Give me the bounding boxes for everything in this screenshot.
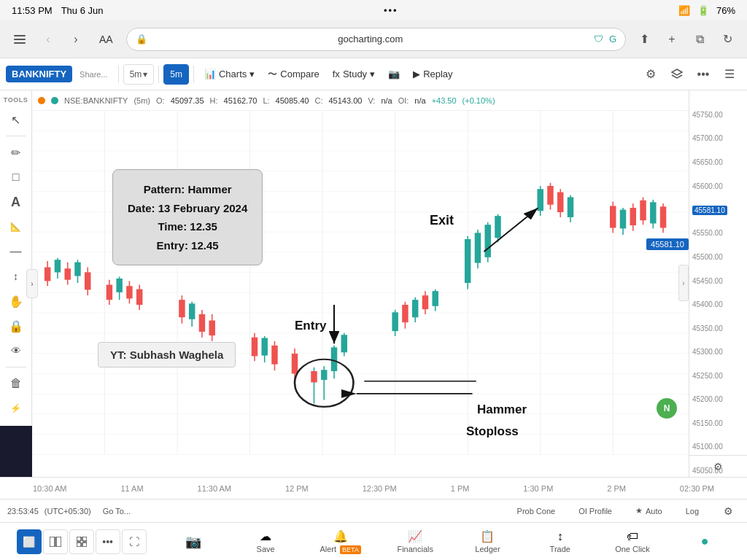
footer-nav-ledger[interactable]: 📋 Ledger [462, 526, 513, 556]
svg-rect-82 [568, 197, 573, 217]
delete-tool-btn[interactable]: 🗑 [3, 372, 29, 395]
quad-chart-btn[interactable] [69, 529, 94, 554]
footer-nav-extra[interactable]: ● [679, 531, 730, 552]
chevron-down-icon: ▾ [143, 69, 147, 79]
add-tab-btn[interactable]: + [661, 28, 683, 50]
extra-icon: ● [701, 534, 709, 549]
layout-toggle-group: ⬜ ••• ⛶ [17, 529, 147, 554]
svg-rect-30 [126, 286, 132, 298]
footer-nav-save[interactable]: ☁ Save [240, 526, 291, 556]
svg-rect-58 [392, 312, 398, 331]
price-level-45600: 45600.00 [692, 182, 723, 190]
svg-rect-36 [189, 303, 195, 319]
upload-btn[interactable]: ⬆ [633, 28, 655, 50]
cursor-tool-btn[interactable]: ↖ [3, 108, 29, 131]
svg-rect-34 [179, 300, 185, 317]
rect-tool-btn[interactable]: □ [3, 166, 29, 189]
split-chart-btn[interactable] [43, 529, 68, 554]
text-tool-btn[interactable]: A [3, 190, 29, 214]
snapshot-btn[interactable]: 📷 [382, 63, 406, 85]
svg-rect-38 [199, 314, 205, 332]
footer-nav: ⬜ ••• ⛶ 📷 ☁ Save 🔔 Alert BETA 📈 [0, 522, 747, 560]
eye-tool-btn[interactable]: 👁 [3, 339, 29, 362]
pan-tool-btn[interactable]: ✋ [3, 289, 29, 313]
prob-cone-btn[interactable]: Prob Cone [511, 502, 562, 520]
replay-btn[interactable]: ▶ Replay [407, 63, 458, 85]
svg-rect-72 [484, 225, 490, 257]
footer-nav-alert[interactable]: 🔔 Alert BETA [312, 526, 368, 556]
ruler-tool-btn[interactable]: 📐 [3, 215, 29, 238]
svg-rect-102 [50, 537, 55, 547]
lock-tool-btn[interactable]: 🔒 [3, 314, 29, 338]
reload-btn[interactable]: ↻ [716, 28, 738, 50]
svg-rect-86 [620, 210, 626, 229]
chart-config-btn[interactable]: ⚙ [716, 499, 740, 523]
svg-rect-54 [331, 347, 337, 371]
tools-collapse-arrow[interactable]: › [26, 269, 38, 298]
symbol-badge[interactable]: BANKNIFTY [6, 66, 72, 82]
settings-btn[interactable]: ⚙ [639, 63, 662, 86]
tools-label: Tools [4, 96, 28, 104]
ohlc-indicator-2 [51, 97, 58, 104]
toolbar: BANKNIFTY Share... 5m ▾ 5m 📊 Charts ▾ 〜 … [0, 58, 747, 90]
share-btn[interactable]: Share... [74, 63, 114, 85]
svg-rect-22 [74, 262, 80, 276]
line-tool-btn[interactable]: — [3, 240, 29, 263]
pencil-tool-btn[interactable]: ✏ [3, 141, 29, 164]
x-axis: 10:30 AM 11 AM 11:30 AM 12 PM 12:30 PM 1… [0, 477, 747, 499]
tabs-btn[interactable]: ⧉ [689, 28, 711, 50]
right-panel-toggle[interactable]: › [678, 265, 689, 301]
divider-2 [158, 66, 159, 83]
pin-tool-btn[interactable]: ⚡ [3, 397, 29, 420]
more-options-btn[interactable]: ••• [692, 63, 715, 86]
arrow-tool-btn[interactable]: ↕ [3, 265, 29, 288]
svg-rect-1 [14, 39, 26, 40]
address-bar[interactable]: 🔒 gocharting.com 🛡 G [126, 28, 626, 51]
tools-wrapper: Tools ↖ ✏ □ A 📐 — ↕ ✋ 🔒 👁 🗑 ⚡ › [0, 90, 32, 477]
tool-sep-2 [6, 367, 26, 368]
footer-nav-financials[interactable]: 📈 Financials [390, 526, 441, 556]
compare-btn[interactable]: 〜 Compare [262, 63, 325, 85]
single-chart-btn[interactable]: ⬜ [17, 529, 42, 554]
bell-icon: 🔔 [333, 529, 348, 543]
ellipsis-icon: ••• [384, 5, 398, 16]
bottom-bar: 23:53:45 (UTC+05:30) Go To... Prob Cone … [0, 499, 747, 522]
sidebar-toggle-btn[interactable] [9, 28, 31, 50]
auto-btn[interactable]: ★ Auto [630, 502, 668, 520]
layers-btn[interactable] [665, 63, 689, 86]
go-to-btn[interactable]: Go To... [97, 502, 136, 520]
oi-profile-btn[interactable]: OI Profile [573, 502, 618, 520]
x-label-2: 2 PM [607, 484, 626, 493]
charts-btn[interactable]: 📊 Charts ▾ [198, 63, 260, 85]
svg-rect-94 [660, 206, 666, 228]
chart-main: NSE:BANKNIFTY (5m) O: 45097.35 H: 45162.… [32, 90, 689, 477]
chart-svg [32, 111, 689, 455]
symbol-text: BANKNIFTY [12, 69, 66, 79]
star-icon: ★ [635, 506, 643, 516]
svg-rect-66 [432, 291, 438, 306]
svg-rect-92 [650, 202, 656, 223]
timeframe-5m-dropdown[interactable]: 5m ▾ [123, 64, 155, 85]
more-layouts-btn[interactable]: ••• [96, 529, 120, 554]
footer-nav-trade[interactable]: ↕ Trade [535, 527, 586, 556]
divider-1 [118, 66, 119, 83]
footer-nav-oneclick[interactable]: 🏷 One Click [607, 527, 658, 556]
svg-rect-32 [136, 289, 142, 305]
timeframe-5m-active[interactable]: 5m [163, 64, 189, 85]
log-btn[interactable]: Log [680, 502, 705, 520]
study-btn[interactable]: fx Study ▾ [327, 63, 381, 85]
bottom-time: 23:53:45 [7, 507, 39, 516]
svg-rect-104 [77, 537, 81, 541]
status-day: Thu 6 Jun [61, 5, 104, 16]
footer-nav-camera[interactable]: 📷 [168, 531, 219, 553]
menu-btn[interactable]: ☰ [718, 63, 741, 86]
svg-rect-84 [610, 206, 616, 228]
chart-bar-icon: 📈 [408, 529, 422, 543]
fullscreen-btn[interactable]: ⛶ [122, 529, 147, 554]
forward-btn[interactable]: › [66, 29, 86, 50]
price-level-45650: 45650.00 [692, 158, 723, 166]
tool-sep-1 [6, 136, 26, 136]
back-btn[interactable]: ‹ [38, 29, 58, 50]
svg-rect-24 [85, 272, 90, 289]
price-level-45050: 45050.00 [692, 467, 723, 475]
